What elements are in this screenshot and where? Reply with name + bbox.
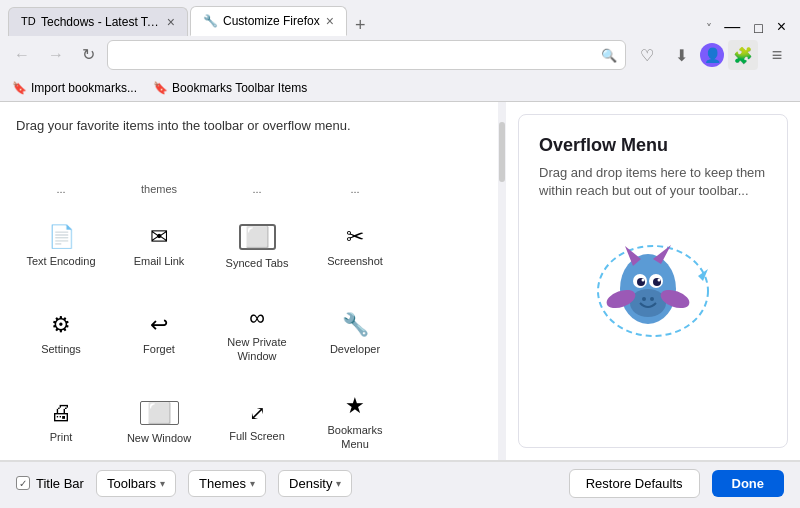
svg-point-8 — [658, 279, 661, 282]
svg-point-14 — [650, 297, 654, 301]
settings-label: Settings — [41, 342, 81, 356]
bookmarks-menu-label: Bookmarks Menu — [319, 423, 391, 452]
new-tab-button[interactable]: + — [349, 15, 372, 36]
scrollbar-thumb — [499, 122, 505, 182]
bookmark-import[interactable]: 🔖 Import bookmarks... — [8, 79, 141, 97]
developer-label: Developer — [330, 342, 380, 356]
overflow-panel: Overflow Menu Drag and drop items here t… — [518, 114, 788, 448]
nav-bar: ← → ↻ 🔍 ♡ ⬇ 👤 🧩 ≡ — [0, 36, 800, 74]
title-bar-checkbox[interactable]: ✓ — [16, 476, 30, 490]
bookmarks-menu-icon: ★ — [345, 395, 365, 417]
overflow-menu-title: Overflow Menu — [539, 135, 767, 156]
toolbar-item-email-link[interactable]: ✉ Email Link — [114, 207, 204, 287]
search-icon-small: 🔍 — [601, 48, 617, 63]
bookmarks-icon[interactable]: ♡ — [632, 40, 662, 70]
title-bar-checkbox-label[interactable]: ✓ Title Bar — [16, 476, 84, 491]
scrollbar[interactable] — [498, 102, 506, 460]
settings-icon: ⚙ — [51, 314, 71, 336]
bookmark-bar: 🔖 Import bookmarks... 🔖 Bookmarks Toolba… — [0, 74, 800, 102]
density-dropdown[interactable]: Density ▾ — [278, 470, 352, 497]
partial-top-row: ... themes ... ... — [16, 149, 482, 199]
full-screen-icon: ⤢ — [249, 403, 266, 423]
themes-dropdown[interactable]: Themes ▾ — [188, 470, 266, 497]
new-private-window-label: New Private Window — [221, 335, 293, 364]
density-dropdown-label: Density — [289, 476, 332, 491]
toolbars-dropdown[interactable]: Toolbars ▾ — [96, 470, 176, 497]
toolbar-item-text-encoding[interactable]: 📄 Text Encoding — [16, 207, 106, 287]
forward-button[interactable]: → — [42, 43, 70, 67]
themes-dropdown-label: Themes — [199, 476, 246, 491]
panel-instruction: Drag your favorite items into the toolba… — [16, 118, 482, 133]
partial-item-3: ... — [212, 183, 302, 199]
reload-button[interactable]: ↻ — [76, 43, 101, 67]
checkbox-check: ✓ — [19, 478, 27, 489]
developer-icon: 🔧 — [342, 314, 369, 336]
toolbar-item-forget[interactable]: ↩ Forget — [114, 295, 204, 375]
close-window-button[interactable]: × — [771, 18, 792, 36]
print-icon: 🖨 — [50, 402, 72, 424]
tab-techdows[interactable]: TD Techdows - Latest Technology N... × — [8, 7, 188, 36]
main-content: Drag your favorite items into the toolba… — [0, 102, 800, 460]
toolbar-item-full-screen[interactable]: ⤢ Full Screen — [212, 383, 302, 460]
new-private-window-icon: ∞ — [249, 307, 265, 329]
extensions-icon[interactable]: 🧩 — [728, 40, 758, 70]
synced-tabs-icon: ⬜ — [239, 224, 276, 250]
download-icon[interactable]: ⬇ — [666, 40, 696, 70]
svg-point-13 — [642, 297, 646, 301]
print-label: Print — [50, 430, 73, 444]
toolbar-items-grid: 📄 Text Encoding ✉ Email Link ⬜ Synced Ta… — [16, 207, 482, 460]
bookmark-icon-1: 🔖 — [12, 81, 27, 95]
customize-panel: Drag your favorite items into the toolba… — [0, 102, 498, 460]
menu-button[interactable]: ≡ — [762, 40, 792, 70]
toolbar-item-print[interactable]: 🖨 Print — [16, 383, 106, 460]
toolbar-icons: ♡ ⬇ 👤 🧩 ≡ — [632, 40, 792, 70]
toolbar-item-developer[interactable]: 🔧 Developer — [310, 295, 400, 375]
screenshot-icon: ✂ — [346, 226, 364, 248]
minimize-button[interactable]: — — [718, 18, 746, 36]
maximize-button[interactable]: □ — [748, 20, 768, 36]
tab-close-techdows[interactable]: × — [167, 14, 175, 30]
bookmark-label-2: Bookmarks Toolbar Items — [172, 81, 307, 95]
new-window-label: New Window — [127, 431, 191, 445]
screenshot-label: Screenshot — [327, 254, 383, 268]
tab-close-customize[interactable]: × — [326, 13, 334, 29]
density-chevron-icon: ▾ — [336, 478, 341, 489]
bottom-bar: ✓ Title Bar Toolbars ▾ Themes ▾ Density … — [0, 460, 800, 504]
profile-avatar-icon: 👤 — [704, 47, 721, 63]
overflow-illustration — [573, 221, 733, 351]
title-bar-label: Title Bar — [36, 476, 84, 491]
text-encoding-icon: 📄 — [48, 226, 75, 248]
tab-favicon-customize: 🔧 — [203, 14, 217, 28]
back-button[interactable]: ← — [8, 43, 36, 67]
profile-avatar[interactable]: 👤 — [700, 43, 724, 67]
address-input[interactable] — [116, 48, 595, 63]
email-link-label: Email Link — [134, 254, 185, 268]
tab-title-customize: Customize Firefox — [223, 14, 320, 28]
toolbar-item-new-private-window[interactable]: ∞ New Private Window — [212, 295, 302, 375]
overflow-menu-description: Drag and drop items here to keep them wi… — [539, 164, 767, 200]
partial-item-1: ... — [16, 183, 106, 199]
tab-bar: TD Techdows - Latest Technology N... × 🔧… — [0, 0, 800, 36]
restore-defaults-button[interactable]: Restore Defaults — [569, 469, 700, 498]
toolbar-item-new-window[interactable]: ⬜ New Window — [114, 383, 204, 460]
toolbar-item-synced-tabs[interactable]: ⬜ Synced Tabs — [212, 207, 302, 287]
tab-customize[interactable]: 🔧 Customize Firefox × — [190, 6, 347, 36]
svg-point-2 — [630, 289, 666, 317]
toolbar-item-bookmarks-menu[interactable]: ★ Bookmarks Menu — [310, 383, 400, 460]
done-button[interactable]: Done — [712, 470, 785, 497]
forget-label: Forget — [143, 342, 175, 356]
new-window-icon: ⬜ — [140, 401, 179, 425]
toolbars-dropdown-label: Toolbars — [107, 476, 156, 491]
bookmark-icon-2: 🔖 — [153, 81, 168, 95]
address-bar: 🔍 — [107, 40, 626, 70]
tab-overflow-chevron[interactable]: ˅ — [702, 22, 716, 36]
bookmark-toolbar-items[interactable]: 🔖 Bookmarks Toolbar Items — [149, 79, 311, 97]
tab-title-techdows: Techdows - Latest Technology N... — [41, 15, 161, 29]
partial-item-4: ... — [310, 183, 400, 199]
svg-point-7 — [642, 279, 645, 282]
toolbar-item-settings[interactable]: ⚙ Settings — [16, 295, 106, 375]
full-screen-label: Full Screen — [229, 429, 285, 443]
toolbars-chevron-icon: ▾ — [160, 478, 165, 489]
text-encoding-label: Text Encoding — [26, 254, 95, 268]
toolbar-item-screenshot[interactable]: ✂ Screenshot — [310, 207, 400, 287]
